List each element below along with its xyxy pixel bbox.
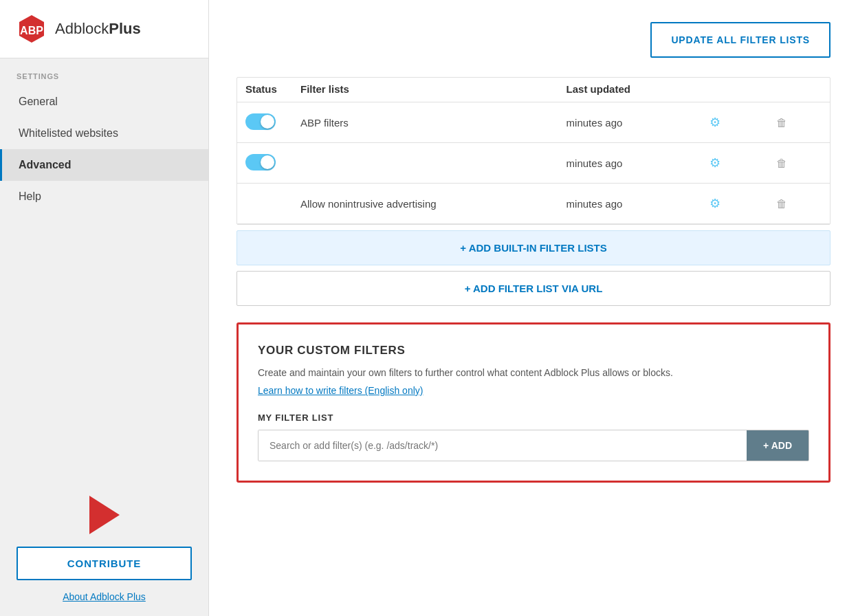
toggle-cell	[237, 102, 292, 143]
update-all-filter-lists-button[interactable]: UPDATE ALL FILTER LISTS	[650, 22, 830, 58]
filter-settings-button[interactable]	[704, 153, 726, 173]
abp-logo-icon: ABP	[16, 14, 47, 44]
sidebar-item-help[interactable]: Help	[0, 181, 208, 212]
col-header-status: Status	[237, 78, 292, 102]
col-header-settings	[696, 78, 763, 102]
toggle-cell	[237, 184, 292, 224]
filter-lists-table-wrapper: Status Filter lists Last updated ABP fil…	[236, 77, 830, 225]
table-row: ABP filters minutes ago	[237, 102, 830, 143]
table-row: Allow nonintrusive advertising minutes a…	[237, 184, 830, 224]
sidebar-item-general[interactable]: General	[0, 86, 208, 118]
arrow-right-icon	[89, 496, 120, 534]
last-updated-cell: minutes ago	[558, 102, 696, 143]
add-builtin-filter-lists-button[interactable]: + ADD BUILT-IN FILTER LISTS	[236, 230, 830, 265]
filter-name-cell: Allow nonintrusive advertising	[292, 184, 558, 224]
filter-name-cell: ABP filters	[292, 102, 558, 143]
gear-icon	[710, 116, 720, 129]
contribute-button[interactable]: CONTRIBUTE	[16, 547, 192, 580]
delete-btn-cell	[762, 184, 830, 224]
settings-btn-cell	[696, 102, 763, 143]
custom-filters-section: YOUR CUSTOM FILTERS Create and maintain …	[236, 322, 830, 483]
col-header-delete	[762, 78, 830, 102]
filter-search-input[interactable]	[258, 430, 747, 461]
add-filter-list-via-url-button[interactable]: + ADD FILTER LIST VIA URL	[236, 271, 830, 306]
gear-icon	[710, 197, 720, 210]
sidebar-item-advanced[interactable]: Advanced	[0, 149, 208, 181]
custom-filters-title: YOUR CUSTOM FILTERS	[258, 344, 809, 358]
learn-filters-link[interactable]: Learn how to write filters (English only…	[258, 385, 423, 396]
settings-section-label: SETTINGS	[0, 58, 208, 86]
arrow-hint	[0, 482, 208, 541]
filter-name-cell	[292, 143, 558, 184]
app-name: AdblockPlus	[55, 20, 141, 38]
my-filter-list-label: MY FILTER LIST	[258, 412, 809, 423]
sidebar: ABP AdblockPlus SETTINGS General Whiteli…	[0, 0, 209, 616]
trash-icon	[776, 116, 787, 129]
toggle-row2[interactable]	[245, 154, 276, 170]
filter-input-row: + ADD	[258, 430, 809, 461]
filter-settings-button[interactable]	[704, 112, 726, 133]
update-btn-row: UPDATE ALL FILTER LISTS	[236, 22, 830, 58]
logo-area: ABP AdblockPlus	[0, 0, 208, 58]
col-header-filter-lists: Filter lists	[292, 78, 558, 102]
filter-lists-table: Status Filter lists Last updated ABP fil…	[237, 78, 830, 224]
filter-delete-button[interactable]	[771, 194, 793, 214]
delete-btn-cell	[762, 143, 830, 184]
trash-icon	[776, 197, 787, 210]
about-link[interactable]: About Adblock Plus	[0, 588, 208, 616]
toggle-abp-filters[interactable]	[245, 113, 276, 130]
custom-filters-description: Create and maintain your own filters to …	[258, 366, 809, 380]
main-content: UPDATE ALL FILTER LISTS Status Filter li…	[209, 0, 858, 616]
filter-settings-button[interactable]	[704, 193, 726, 214]
settings-btn-cell	[696, 143, 763, 184]
filter-delete-button[interactable]	[771, 113, 793, 133]
col-header-last-updated: Last updated	[558, 78, 696, 102]
delete-btn-cell	[762, 102, 830, 143]
trash-icon	[776, 156, 787, 170]
last-updated-cell: minutes ago	[558, 143, 696, 184]
settings-btn-cell	[696, 184, 763, 224]
toggle-cell	[237, 143, 292, 184]
table-row: minutes ago	[237, 143, 830, 184]
add-filter-button[interactable]: + ADD	[747, 430, 808, 461]
gear-icon	[710, 156, 720, 170]
sidebar-item-whitelisted[interactable]: Whitelisted websites	[0, 118, 208, 149]
last-updated-cell: minutes ago	[558, 184, 696, 224]
svg-text:ABP: ABP	[20, 25, 43, 36]
filter-delete-button[interactable]	[771, 153, 793, 173]
